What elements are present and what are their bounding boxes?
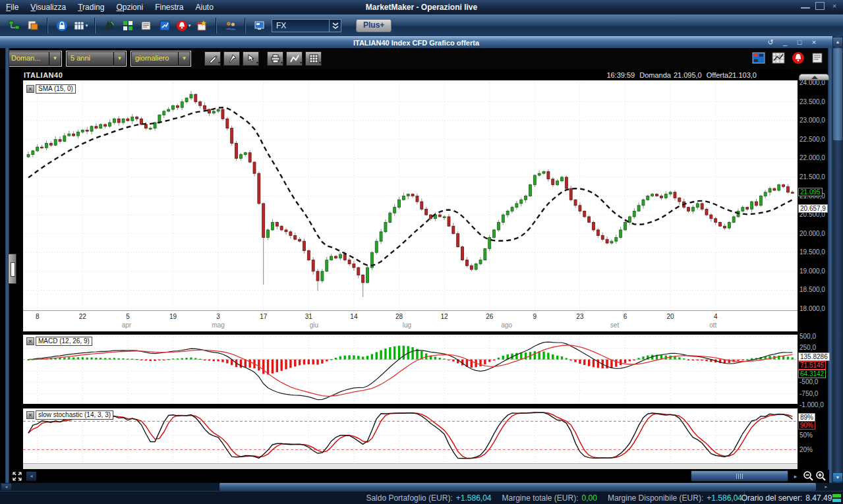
- menu-item-aiuto[interactable]: Aiuto: [190, 1, 219, 13]
- macd-label[interactable]: MACD (12, 26, 9): [36, 337, 92, 346]
- time-axis-day-label: 28: [391, 313, 408, 320]
- period-dropdown-value[interactable]: 5 anni: [67, 52, 113, 65]
- stochastic-panel[interactable]: × slow stochastic (14, 3, 3): [23, 408, 798, 463]
- left-panel-collapse-handle[interactable]: [8, 254, 16, 284]
- chart-window-titlebar[interactable]: ITALIAN40 Index CFD Grafico offerta ↺ _ …: [0, 36, 832, 48]
- hscroll-thumb[interactable]: [219, 483, 816, 491]
- time-axis-day-label: 12: [436, 313, 453, 320]
- instrument-type-combo[interactable]: FX: [272, 19, 341, 32]
- depth-panel-icon[interactable]: [752, 51, 765, 67]
- news-page-icon[interactable]: [811, 51, 825, 67]
- menu-item-visualizza[interactable]: Visualizza: [24, 1, 72, 13]
- chart-scroll-left-button[interactable]: ◂: [26, 472, 36, 481]
- app-minimize-button[interactable]: [801, 2, 810, 9]
- vscroll-down-arrow-icon[interactable]: ▼: [833, 473, 842, 482]
- vscroll-up-arrow-icon[interactable]: ▲: [833, 38, 842, 46]
- alert-bell-icon[interactable]: [792, 51, 805, 67]
- macd-panel[interactable]: × MACD (12, 26, 9): [23, 335, 798, 404]
- time-axis-day-label: 22: [74, 313, 91, 320]
- lock-icon[interactable]: [54, 18, 70, 34]
- dropdown-arrow-icon[interactable]: ▼: [49, 52, 61, 65]
- macd-tick-label: -500,0: [799, 378, 818, 385]
- interval-dropdown[interactable]: giornaliero ▼: [131, 51, 191, 67]
- price-chart-panel[interactable]: × SMA (15, 0): [23, 80, 798, 310]
- main-toolbar: ▾ ▾ FX: [0, 14, 843, 36]
- pointer-settings-button[interactable]: ▾: [243, 51, 259, 66]
- alerts-bell-icon[interactable]: ▾: [175, 18, 191, 34]
- research-icon[interactable]: [157, 18, 173, 34]
- toolbar-separator: [47, 18, 48, 34]
- hscroll-right-arrow-icon[interactable]: ▸: [825, 484, 827, 490]
- stochastic-label[interactable]: slow stochastic (14, 3, 3): [36, 410, 113, 420]
- time-axis-month-label: lug: [397, 322, 417, 329]
- sma-value-badge: 20.657,9: [798, 204, 828, 213]
- chart-scrollbar-thumb[interactable]: [691, 470, 788, 482]
- print-button[interactable]: ▾: [267, 51, 283, 66]
- hscroll-left-arrow-icon[interactable]: ◂: [1, 484, 11, 490]
- interval-dropdown-value[interactable]: giornaliero: [132, 52, 178, 65]
- instrument-dropdown[interactable]: Doman... ▼: [7, 51, 62, 67]
- window-restore-layout-button[interactable]: ↺: [767, 38, 774, 47]
- watchlist-icon[interactable]: [102, 18, 117, 34]
- price-tick-label: 23.000,0: [799, 117, 825, 124]
- window-maximize-button[interactable]: □: [796, 38, 803, 47]
- margine-totale-label: Margine totale (EUR):: [502, 493, 578, 503]
- instrument-type-value[interactable]: FX: [272, 19, 330, 32]
- dropdown-arrow-icon[interactable]: ▼: [114, 52, 125, 65]
- quote-time: 16:39:59: [606, 71, 635, 79]
- pin-tool-button[interactable]: [223, 51, 240, 66]
- fit-chart-icon[interactable]: [12, 471, 22, 482]
- menu-item-finestra[interactable]: Finestra: [149, 1, 189, 13]
- window-close-button[interactable]: ×: [810, 38, 818, 47]
- dropdown-arrow-icon[interactable]: ▼: [179, 52, 190, 65]
- price-tick-label: 23.500,0: [799, 98, 825, 105]
- chart-scroll-right-button[interactable]: ▸: [791, 472, 800, 481]
- close-stochastic-icon[interactable]: ×: [26, 411, 34, 419]
- chart-type-button[interactable]: ▾: [286, 51, 303, 66]
- time-axis-month-label: set: [605, 322, 625, 329]
- app-restore-button[interactable]: [815, 2, 825, 10]
- collapse-quote-panel-tab[interactable]: [799, 74, 829, 80]
- server-time-label: Orario del server:: [741, 493, 803, 503]
- menu-item-trading[interactable]: Trading: [72, 1, 110, 13]
- draw-tool-button[interactable]: ▾: [204, 51, 221, 66]
- calendar-icon[interactable]: [194, 18, 210, 34]
- connection-status-icon: [832, 494, 841, 502]
- news-icon[interactable]: [138, 18, 154, 34]
- time-axis-month-label: apr: [117, 322, 136, 329]
- toolbar-separator: [245, 18, 246, 34]
- close-macd-icon[interactable]: ×: [26, 337, 34, 345]
- menu-item-opzioni[interactable]: Opzioni: [110, 1, 149, 13]
- price-tick-label: 18.500,0: [799, 286, 825, 293]
- app-close-button[interactable]: ×: [830, 2, 839, 10]
- terminal-icon[interactable]: [252, 18, 268, 34]
- zoom-out-icon[interactable]: [803, 470, 814, 482]
- instrument-tree-icon[interactable]: [7, 18, 22, 34]
- close-overlay-icon[interactable]: ×: [26, 85, 34, 93]
- ask-value: 21.103,0: [728, 71, 757, 79]
- grid-settings-button[interactable]: ▾: [305, 51, 322, 66]
- plus-button[interactable]: Plus+: [356, 19, 392, 32]
- price-history-icon[interactable]: [772, 51, 785, 67]
- workspace-hscrollbar[interactable]: ◂ ▸: [0, 483, 832, 491]
- workspace-icon[interactable]: [25, 18, 41, 34]
- macd-tick-label: -1.000,0: [799, 401, 824, 408]
- time-axis-day-label: 5: [119, 313, 136, 320]
- instrument-dropdown-value[interactable]: Doman...: [8, 52, 49, 65]
- combo-double-chevron-icon[interactable]: [330, 19, 341, 32]
- sma-overlay-label[interactable]: SMA (15, 0): [36, 84, 76, 94]
- menu-item-file[interactable]: File: [0, 1, 24, 13]
- vscroll-thumb[interactable]: [833, 48, 842, 140]
- layout-grid-icon[interactable]: ▾: [73, 18, 88, 34]
- contacts-icon[interactable]: [223, 18, 239, 34]
- stochastic-tick-label: 20%: [799, 446, 813, 453]
- workspace-vscrollbar[interactable]: ▲ ▼: [832, 36, 843, 483]
- period-dropdown[interactable]: 5 anni ▼: [66, 51, 127, 67]
- price-tick-label: 20.000,0: [799, 230, 825, 237]
- window-minimize-button[interactable]: _: [781, 38, 789, 47]
- time-axis-day-label: 19: [165, 313, 182, 320]
- time-axis-day-label: 14: [345, 313, 363, 320]
- quotes-grid-icon[interactable]: [120, 18, 136, 34]
- zoom-in-icon[interactable]: [815, 470, 827, 482]
- macd-value-badge: 64.3142: [798, 370, 826, 378]
